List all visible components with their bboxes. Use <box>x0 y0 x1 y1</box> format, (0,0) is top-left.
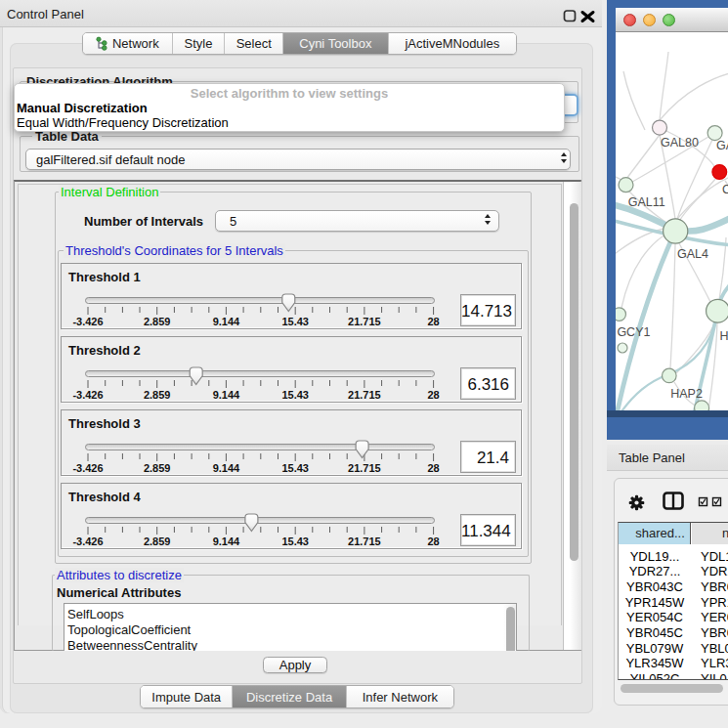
svg-text:GA: GA <box>716 139 728 152</box>
svg-text:GAL80: GAL80 <box>661 136 699 150</box>
svg-text:HAP2: HAP2 <box>670 387 703 401</box>
svg-text:GAL4: GAL4 <box>677 247 708 261</box>
svg-text:C: C <box>722 183 728 196</box>
svg-text:GCY1: GCY1 <box>617 325 650 339</box>
svg-text:H: H <box>719 329 728 343</box>
svg-text:GAL11: GAL11 <box>628 195 665 209</box>
